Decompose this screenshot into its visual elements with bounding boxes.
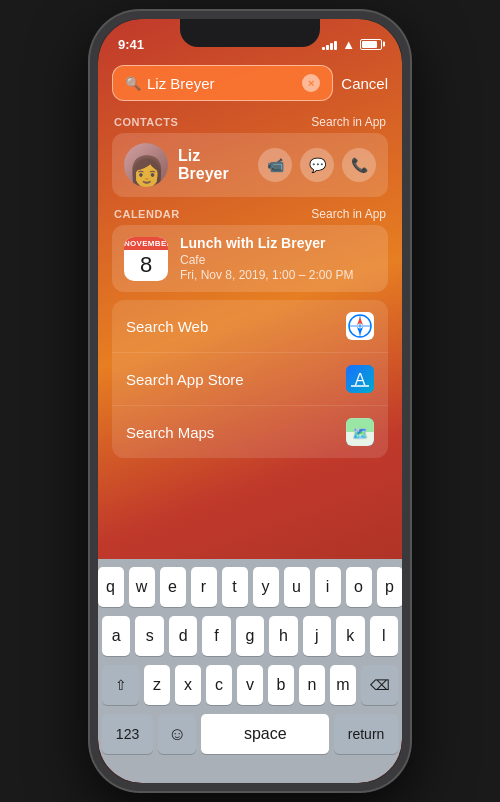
- search-appstore-label: Search App Store: [126, 371, 244, 388]
- maps-icon: 🗺️: [346, 418, 374, 446]
- event-location: Cafe: [180, 253, 376, 267]
- calendar-search-in-app[interactable]: Search in App: [311, 207, 386, 221]
- screen: 9:41 ▲ 🔍 Liz Breyer × Canc: [98, 19, 402, 783]
- event-title: Lunch with Liz Breyer: [180, 235, 376, 251]
- contacts-section: CONTACTS Search in App 👩 Liz Breyer 📹 💬: [112, 111, 388, 197]
- key-p[interactable]: p: [377, 567, 403, 607]
- key-u[interactable]: u: [284, 567, 310, 607]
- contact-name: Liz Breyer: [178, 147, 248, 183]
- calendar-day: 8: [124, 250, 168, 281]
- key-z[interactable]: z: [144, 665, 170, 705]
- key-w[interactable]: w: [129, 567, 155, 607]
- key-s[interactable]: s: [135, 616, 163, 656]
- event-info: Lunch with Liz Breyer Cafe Fri, Nov 8, 2…: [180, 235, 376, 282]
- key-d[interactable]: d: [169, 616, 197, 656]
- message-icon: 💬: [309, 157, 326, 173]
- shift-key[interactable]: ⇧: [102, 665, 139, 705]
- battery-icon: [360, 39, 382, 50]
- calendar-month: November: [124, 237, 168, 250]
- search-bar[interactable]: 🔍 Liz Breyer ×: [112, 65, 333, 101]
- key-v[interactable]: v: [237, 665, 263, 705]
- contacts-search-in-app[interactable]: Search in App: [311, 115, 386, 129]
- contacts-section-header: CONTACTS Search in App: [112, 111, 388, 133]
- keyboard-row-2: a s d f g h j k l: [102, 616, 398, 656]
- phone-button[interactable]: 📞: [342, 148, 376, 182]
- search-maps-label: Search Maps: [126, 424, 214, 441]
- key-c[interactable]: c: [206, 665, 232, 705]
- search-appstore-item[interactable]: Search App Store A: [112, 353, 388, 406]
- safari-icon: [346, 312, 374, 340]
- status-time: 9:41: [118, 37, 144, 52]
- message-button[interactable]: 💬: [300, 148, 334, 182]
- key-b[interactable]: b: [268, 665, 294, 705]
- search-clear-button[interactable]: ×: [302, 74, 320, 92]
- contact-actions: 📹 💬 📞: [258, 148, 376, 182]
- numbers-key[interactable]: 123: [102, 714, 153, 754]
- calendar-icon: November 8: [124, 237, 168, 281]
- wifi-icon: ▲: [342, 37, 355, 52]
- appstore-icon: A: [346, 365, 374, 393]
- svg-text:🗺️: 🗺️: [352, 425, 369, 442]
- avatar-image: 👩: [124, 157, 168, 187]
- key-n[interactable]: n: [299, 665, 325, 705]
- calendar-section-header: CALENDAR Search in App: [112, 203, 388, 225]
- key-r[interactable]: r: [191, 567, 217, 607]
- search-maps-item[interactable]: Search Maps 🗺️: [112, 406, 388, 458]
- search-web-label: Search Web: [126, 318, 208, 335]
- search-web-item[interactable]: Search Web: [112, 300, 388, 353]
- avatar: 👩: [124, 143, 168, 187]
- key-h[interactable]: h: [269, 616, 297, 656]
- keyboard: q w e r t y u i o p a s d f g h j k: [98, 559, 402, 783]
- return-key[interactable]: return: [334, 714, 398, 754]
- event-time: Fri, Nov 8, 2019, 1:00 – 2:00 PM: [180, 268, 376, 282]
- keyboard-row-1: q w e r t y u i o p: [102, 567, 398, 607]
- keyboard-row-3: ⇧ z x c v b n m ⌫: [102, 665, 398, 705]
- key-q[interactable]: q: [98, 567, 124, 607]
- search-input[interactable]: Liz Breyer: [147, 75, 296, 92]
- space-key[interactable]: space: [201, 714, 329, 754]
- key-i[interactable]: i: [315, 567, 341, 607]
- key-m[interactable]: m: [330, 665, 356, 705]
- key-a[interactable]: a: [102, 616, 130, 656]
- contact-card[interactable]: 👩 Liz Breyer 📹 💬 📞: [112, 133, 388, 197]
- cancel-button[interactable]: Cancel: [341, 75, 388, 92]
- key-y[interactable]: y: [253, 567, 279, 607]
- key-t[interactable]: t: [222, 567, 248, 607]
- status-icons: ▲: [322, 37, 382, 52]
- key-l[interactable]: l: [370, 616, 398, 656]
- keyboard-row-4: 123 ☺ space return: [102, 714, 398, 754]
- delete-key[interactable]: ⌫: [361, 665, 398, 705]
- video-call-button[interactable]: 📹: [258, 148, 292, 182]
- key-x[interactable]: x: [175, 665, 201, 705]
- key-f[interactable]: f: [202, 616, 230, 656]
- key-e[interactable]: e: [160, 567, 186, 607]
- contacts-section-title: CONTACTS: [114, 116, 178, 128]
- key-o[interactable]: o: [346, 567, 372, 607]
- phone-icon: 📞: [351, 157, 368, 173]
- key-k[interactable]: k: [336, 616, 364, 656]
- notch: [180, 19, 320, 47]
- emoji-key[interactable]: ☺: [158, 714, 196, 754]
- phone-frame: 9:41 ▲ 🔍 Liz Breyer × Canc: [90, 11, 410, 791]
- key-j[interactable]: j: [303, 616, 331, 656]
- search-icon: 🔍: [125, 76, 141, 91]
- search-actions: Search Web Search App Store: [112, 300, 388, 458]
- search-bar-container: 🔍 Liz Breyer × Cancel: [98, 59, 402, 107]
- calendar-section: CALENDAR Search in App November 8 Lunch …: [112, 203, 388, 292]
- video-icon: 📹: [267, 157, 284, 173]
- calendar-card[interactable]: November 8 Lunch with Liz Breyer Cafe Fr…: [112, 225, 388, 292]
- key-g[interactable]: g: [236, 616, 264, 656]
- signal-icon: [322, 39, 337, 50]
- calendar-section-title: CALENDAR: [114, 208, 180, 220]
